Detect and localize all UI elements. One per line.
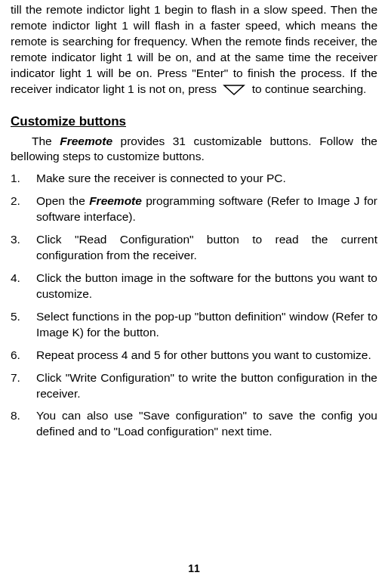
list-item: 7. Click "Write Configuration" to write …: [11, 370, 377, 402]
step-text: Make sure the receiver is connected to y…: [36, 172, 286, 184]
list-item: 5. Select functions in the pop-up "butto…: [11, 309, 377, 341]
list-item: 8. You can also use "Save configuration"…: [11, 408, 377, 440]
step-number: 3.: [11, 232, 20, 248]
step-text: Repeat process 4 and 5 for other buttons…: [36, 348, 371, 361]
step-number: 7.: [11, 370, 20, 386]
step-number: 5.: [11, 309, 20, 325]
svg-marker-0: [224, 85, 244, 94]
list-item: 1. Make sure the receiver is connected t…: [11, 171, 377, 187]
step-number: 4.: [11, 271, 20, 286]
list-item: 3. Click "Read Configuration" button to …: [11, 232, 377, 264]
step-text: Click the button image in the software f…: [36, 271, 377, 300]
section-heading-customize-buttons: Customize buttons: [11, 114, 377, 129]
step-number: 2.: [11, 193, 20, 209]
step-text: Click "Read Configuration" button to rea…: [36, 233, 377, 262]
step-number: 6.: [11, 348, 20, 364]
step-text: You can also use "Save configuration" to…: [36, 409, 377, 438]
step-text: Select functions in the pop-up "button d…: [36, 310, 377, 339]
section-intro: The Freemote provides 31 customizable bu…: [11, 134, 377, 166]
step-number: 8.: [11, 408, 20, 424]
step-number: 1.: [11, 171, 20, 187]
section-intro-before: The: [32, 135, 60, 147]
intro-text-before: till the remote indictor light 1 begin t…: [11, 3, 377, 95]
step-text-bold: Freemote: [89, 194, 142, 207]
step-text: Click "Write Configuration" to write the…: [36, 371, 377, 400]
list-item: 4. Click the button image in the softwar…: [11, 271, 377, 302]
list-item: 6. Repeat process 4 and 5 for other butt…: [11, 348, 377, 364]
steps-list: 1. Make sure the receiver is connected t…: [11, 171, 377, 440]
section-intro-bold: Freemote: [60, 135, 112, 147]
intro-paragraph: till the remote indictor light 1 begin t…: [11, 2, 377, 97]
down-triangle-icon: [223, 84, 245, 96]
page-number: 11: [0, 562, 388, 574]
list-item: 2. Open the Freemote programming softwar…: [11, 193, 377, 225]
step-text-before: Open the: [36, 194, 89, 207]
intro-text-after: to continue searching.: [252, 82, 367, 95]
